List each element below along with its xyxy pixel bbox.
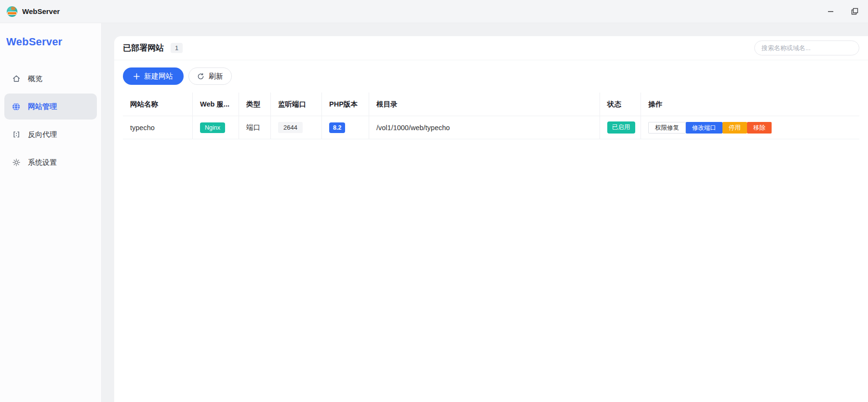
status-badge: 已启用 [607, 121, 635, 134]
new-site-label: 新建网站 [144, 72, 173, 81]
col-header-listen-port: 监听端口 [271, 93, 322, 116]
sidebar-item-label: 网站管理 [28, 102, 57, 111]
refresh-button[interactable]: 刷新 [188, 67, 232, 85]
cell-web-server: Nginx [193, 116, 239, 139]
new-site-button[interactable]: 新建网站 [123, 67, 184, 85]
proxy-icon [12, 130, 21, 139]
sidebar-item-reverse-proxy[interactable]: 反向代理 [4, 121, 97, 147]
sidebar-brand: WebServer [0, 23, 101, 48]
col-header-actions: 操作 [641, 93, 859, 116]
cell-status: 已启用 [600, 116, 641, 139]
cell-actions: 权限修复 修改端口 停用 移除 [641, 116, 859, 139]
root-dir: /vol1/1000/web/typecho [376, 124, 450, 132]
col-header-site-name: 网站名称 [123, 93, 193, 116]
sidebar-item-website-management[interactable]: 网站管理 [4, 94, 97, 120]
sidebar-menu: 概览 网站管理 [0, 66, 101, 175]
sidebar-item-overview[interactable]: 概览 [4, 66, 97, 92]
sidebar-item-system-settings[interactable]: 系统设置 [4, 149, 97, 175]
toolbar: 新建网站 刷新 [114, 60, 868, 93]
action-button-group: 权限修复 修改端口 停用 移除 [648, 122, 772, 134]
col-header-php-version: PHP版本 [322, 93, 369, 116]
disable-button[interactable]: 停用 [722, 122, 747, 134]
app-logo-icon [7, 6, 17, 17]
cell-site-name: typecho [123, 116, 193, 139]
site-type: 端口 [246, 123, 260, 132]
main-area: 已部署网站 1 新建网站 刷新 [102, 23, 868, 402]
page-title: 已部署网站 [123, 42, 164, 54]
sites-table: 网站名称 Web 服... 类型 监听端口 PHP版本 根目录 状态 操作 ty… [123, 93, 859, 139]
remove-button[interactable]: 移除 [747, 122, 772, 134]
php-version-badge: 8.2 [329, 122, 345, 133]
col-header-type: 类型 [239, 93, 271, 116]
minimize-icon[interactable] [827, 8, 834, 15]
cell-root-dir: /vol1/1000/web/typecho [369, 116, 600, 139]
col-header-root-dir: 根目录 [369, 93, 600, 116]
change-port-button[interactable]: 修改端口 [686, 122, 722, 134]
site-name: typecho [130, 124, 155, 132]
sidebar-item-label: 系统设置 [28, 158, 57, 167]
col-header-status: 状态 [600, 93, 641, 116]
cell-type: 端口 [239, 116, 271, 139]
web-server-badge: Nginx [200, 122, 225, 133]
plus-icon [134, 73, 140, 80]
sidebar: WebServer 概览 [0, 23, 102, 402]
globe-icon [12, 102, 21, 111]
titlebar: WebServer [0, 0, 868, 23]
refresh-icon [197, 73, 204, 80]
port-badge: 2644 [278, 122, 303, 133]
restore-window-icon[interactable] [851, 8, 858, 15]
cell-listen-port: 2644 [271, 116, 322, 139]
cell-php-version: 8.2 [322, 116, 369, 139]
home-icon [12, 74, 21, 83]
sidebar-item-label: 概览 [28, 74, 42, 83]
site-count-badge: 1 [171, 43, 183, 53]
window-controls [827, 8, 858, 15]
table-row: typecho Nginx 端口 2644 8.2 /vol [123, 116, 859, 139]
gear-icon [12, 158, 21, 167]
fix-permissions-button[interactable]: 权限修复 [648, 122, 686, 134]
deployed-sites-card: 已部署网站 1 新建网站 刷新 [114, 36, 868, 402]
card-header: 已部署网站 1 [114, 36, 868, 60]
refresh-label: 刷新 [209, 72, 223, 81]
col-header-web-server: Web 服... [193, 93, 239, 116]
sidebar-item-label: 反向代理 [28, 130, 57, 139]
table-header-row: 网站名称 Web 服... 类型 监听端口 PHP版本 根目录 状态 操作 [123, 93, 859, 116]
search-input[interactable] [754, 40, 859, 55]
app-title: WebServer [22, 7, 60, 15]
